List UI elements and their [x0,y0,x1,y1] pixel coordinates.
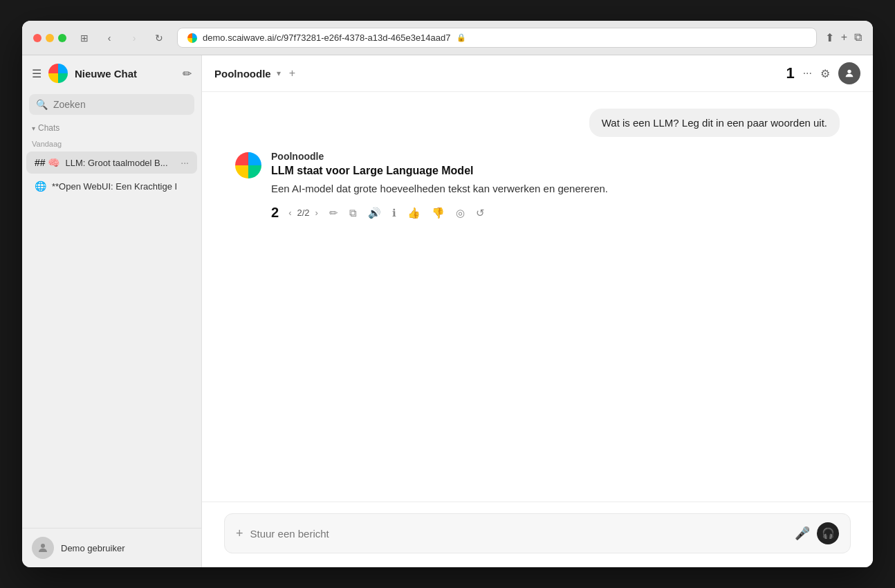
response-step-number: 2 [271,205,279,221]
message-actions: 2 ‹ 2/2 › ✏ ⧉ 🔊 ℹ 👍 👎 [271,204,608,222]
user-message: Wat is een LLM? Leg dit in een paar woor… [589,109,840,137]
user-avatar-large[interactable] [838,62,860,84]
topbar: Poolnoodle ▾ + 1 ··· ⚙ [202,55,873,92]
chats-section-header[interactable]: ▾ Chats [32,123,192,133]
ai-message-body: Een AI-model dat grote hoeveelheden teks… [271,181,608,197]
traffic-light-yellow[interactable] [46,34,54,42]
page-indicator: 2/2 [297,208,309,218]
ai-avatar [235,152,261,178]
model-chevron-icon[interactable]: ▾ [277,68,281,78]
chat-item[interactable]: ## 🧠 LLM: Groot taalmodel B... ··· [26,151,197,174]
chat-input-area: + 🎤 🎧 [202,502,873,567]
more-options-icon[interactable]: ··· [803,67,812,80]
address-bar[interactable]: demo.scaiwave.ai/c/97f73281-e26f-4378-a1… [177,28,817,48]
ai-sender-name: Poolnoodle [271,151,608,162]
thumbs-up-icon[interactable]: 👍 [405,204,423,222]
regenerate-icon[interactable]: ↺ [473,204,488,222]
svg-point-1 [847,70,851,73]
copy-icon[interactable]: ⧉ [347,204,360,222]
traffic-light-green[interactable] [58,34,66,42]
chat-messages: Wat is een LLM? Leg dit in een paar woor… [202,92,873,502]
pagination: ‹ 2/2 › [286,206,321,219]
headphone-button[interactable]: 🎧 [817,522,839,544]
chat-item-more-icon[interactable]: ··· [181,157,189,168]
message-input[interactable] [250,528,788,540]
app-logo [48,64,68,83]
chat-item[interactable]: 🌐 **Open WebUI: Een Krachtige I [26,175,197,197]
sidebar-toggle-browser[interactable]: ⊞ [75,28,94,48]
svg-point-0 [41,544,45,548]
speaker-icon[interactable]: 🔊 [365,204,384,222]
menu-icon[interactable]: ☰ [32,67,41,80]
site-favicon [187,33,197,43]
ai-message: Poolnoodle LLM staat voor Large Language… [235,151,689,222]
reload-button[interactable]: ↻ [149,28,169,48]
traffic-light-red[interactable] [33,34,41,42]
user-avatar [32,537,54,559]
new-chat-icon[interactable]: ✏ [183,67,192,80]
model-name: Poolnoodle [214,68,271,80]
search-input[interactable] [53,99,187,110]
chat-item-text: **Open WebUI: Een Krachtige I [52,181,189,192]
back-button[interactable]: ‹ [100,28,119,48]
ai-message-title: LLM staat voor Large Language Model [271,165,608,177]
user-message-text: Wat is een LLM? Leg dit in een paar woor… [602,117,827,129]
edit-icon[interactable]: ✏ [326,204,341,222]
chevron-down-icon: ▾ [32,125,35,132]
next-page-button[interactable]: › [313,206,321,219]
url-text: demo.scaiwave.ai/c/97f73281-e26f-4378-a1… [203,33,451,43]
forward-button[interactable]: › [124,28,144,48]
info-icon[interactable]: ℹ [389,204,399,222]
prev-page-button[interactable]: ‹ [286,206,294,219]
microphone-icon[interactable]: 🎤 [795,526,810,541]
add-model-icon[interactable]: + [289,67,295,80]
share-response-icon[interactable]: ◎ [453,204,468,222]
chat-item-icon: 🌐 [35,181,46,192]
attach-icon[interactable]: + [236,526,243,541]
chats-label: Chats [38,123,59,133]
search-icon: 🔍 [36,99,48,110]
chat-item-text: LLM: Groot taalmodel B... [65,158,175,168]
user-name: Demo gebruiker [61,543,125,553]
app-title: Nieuwe Chat [75,68,176,80]
new-tab-icon[interactable]: + [841,31,847,44]
share-icon[interactable]: ⬆ [825,31,834,44]
chat-item-icon: ## 🧠 [35,157,59,168]
date-group-label: Vandaag [22,137,201,151]
filter-icon[interactable]: ⚙ [820,67,830,80]
lock-icon: 🔒 [456,33,466,42]
thumbs-down-icon[interactable]: 👎 [429,204,448,222]
extensions-icon[interactable]: ⧉ [854,31,862,44]
step-number: 1 [786,64,794,82]
